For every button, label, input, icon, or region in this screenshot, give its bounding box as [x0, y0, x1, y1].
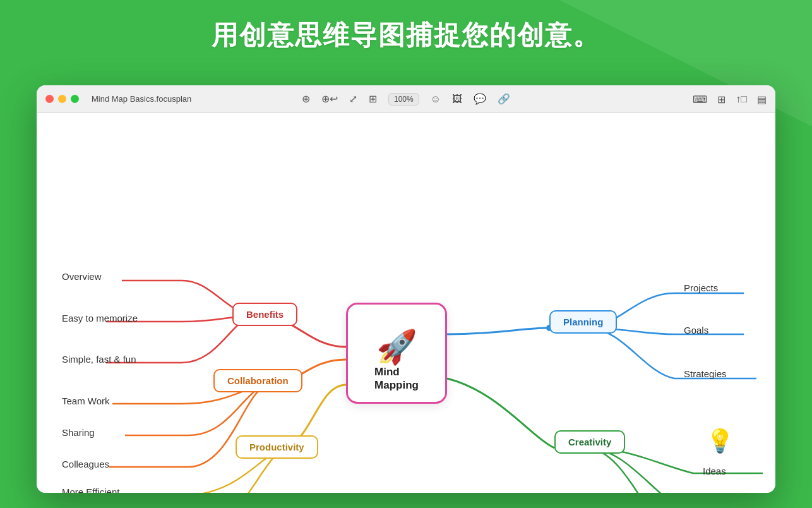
- leaf-ideas: Ideas: [703, 466, 726, 476]
- window-title: Mind Map Basics.focusplan: [92, 94, 191, 104]
- link-icon[interactable]: 🔗: [498, 93, 510, 105]
- add-icon[interactable]: ⊕: [302, 93, 310, 105]
- lightbulb-icon: 💡: [706, 428, 734, 454]
- header-section: 用创意思维导图捕捉您的创意。: [0, 0, 812, 67]
- app-window: Mind Map Basics.focusplan ⊕ ⊕↩ ⤢ ⊞ 100% …: [37, 85, 775, 493]
- image-icon[interactable]: 🖼: [452, 94, 462, 105]
- leaf-goals: Goals: [684, 325, 708, 336]
- leaf-more-efficient: More Efficient: [62, 487, 119, 493]
- titlebar: Mind Map Basics.focusplan ⊕ ⊕↩ ⤢ ⊞ 100% …: [37, 85, 775, 113]
- leaf-colleagues: Colleagues: [62, 459, 109, 469]
- toolbar-right: ⌨ ⊞ ↑□ ▤: [693, 85, 767, 113]
- leaf-simple-fast: Simple, fast & fun: [62, 354, 136, 365]
- rocket-icon: 🚀: [376, 330, 417, 363]
- leaf-strategies: Strategies: [684, 368, 727, 379]
- leaf-projects: Projects: [684, 282, 718, 293]
- keyboard-icon[interactable]: ⌨: [693, 94, 707, 106]
- creativity-topic[interactable]: Creativity: [554, 430, 625, 454]
- share-icon[interactable]: ⤢: [349, 93, 357, 105]
- close-button[interactable]: [45, 95, 54, 103]
- benefits-topic[interactable]: Benefits: [232, 303, 297, 326]
- arrange-icon[interactable]: ⊞: [369, 93, 377, 105]
- export-icon[interactable]: ↑□: [736, 94, 747, 105]
- traffic-lights: [45, 95, 79, 103]
- grid-icon[interactable]: ⊞: [717, 94, 725, 106]
- comment-icon[interactable]: 💬: [474, 93, 486, 105]
- leaf-easy-memorize: Easy to memorize: [62, 313, 138, 324]
- planning-topic[interactable]: Planning: [549, 310, 617, 334]
- center-label: Mind Mapping: [374, 366, 419, 392]
- minimize-button[interactable]: [58, 95, 66, 103]
- collaboration-topic[interactable]: Collaboration: [213, 369, 302, 392]
- productivity-topic[interactable]: Productivity: [236, 435, 318, 459]
- zoom-control[interactable]: 100%: [388, 93, 419, 106]
- sidebar-icon[interactable]: ▤: [757, 94, 767, 106]
- emoji-icon[interactable]: ☺: [431, 94, 441, 105]
- center-node: 🚀 Mind Mapping: [346, 303, 447, 404]
- page-title: 用创意思维导图捕捉您的创意。: [0, 0, 812, 67]
- leaf-overview: Overview: [62, 271, 102, 282]
- leaf-teamwork: Team Work: [62, 396, 110, 406]
- mindmap-canvas: 🚀 Mind Mapping Benefits Collaboration Pr…: [37, 113, 775, 493]
- add-child-icon[interactable]: ⊕↩: [321, 93, 338, 105]
- toolbar-center: ⊕ ⊕↩ ⤢ ⊞ 100% ☺ 🖼 💬 🔗: [302, 93, 510, 106]
- maximize-button[interactable]: [71, 95, 79, 103]
- leaf-sharing: Sharing: [62, 427, 95, 438]
